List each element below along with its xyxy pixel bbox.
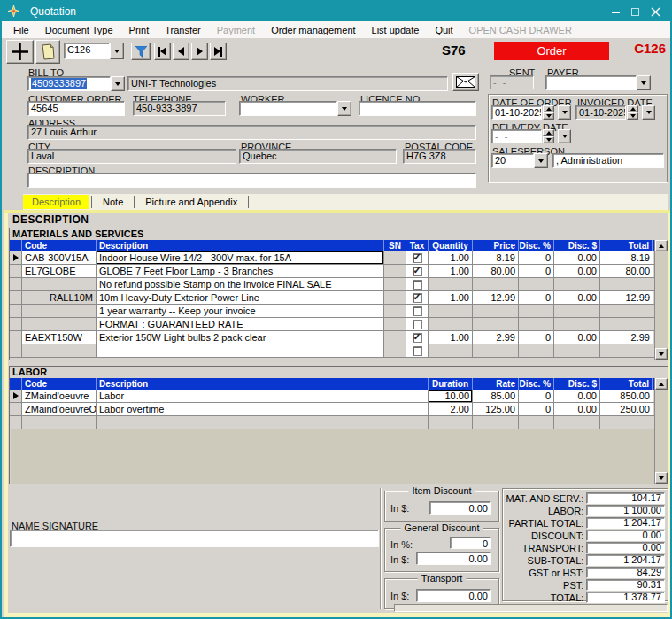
col-code[interactable]: Code xyxy=(22,240,97,251)
cell-disc-dollar[interactable] xyxy=(554,318,600,330)
delivery-date-field[interactable]: - - xyxy=(491,129,542,143)
col-description[interactable]: Description xyxy=(97,240,384,251)
cell-sn[interactable] xyxy=(384,344,406,357)
row-selector[interactable] xyxy=(10,251,22,264)
cell-total[interactable]: 850.00 xyxy=(600,390,653,402)
cell-disc-pct[interactable] xyxy=(519,318,554,330)
new-document-button[interactable] xyxy=(6,40,34,64)
tax-checkbox[interactable] xyxy=(413,320,422,329)
general-discount-dollar-field[interactable]: 0.00 xyxy=(416,552,491,565)
scroll-up-button[interactable] xyxy=(655,378,668,390)
general-discount-pct-field[interactable]: 0 xyxy=(450,537,491,549)
cell-quantity[interactable] xyxy=(429,278,473,290)
cell-disc-dollar[interactable] xyxy=(554,416,600,429)
delivery-date-spinner[interactable] xyxy=(543,129,554,143)
cell-code[interactable] xyxy=(22,278,97,290)
worker-dropdown[interactable] xyxy=(337,101,351,116)
labor-scrollbar[interactable] xyxy=(654,378,668,484)
date-of-order-spinner[interactable] xyxy=(543,105,554,120)
cell-disc-pct[interactable] xyxy=(519,344,554,357)
cell-quantity[interactable]: 1.00 xyxy=(429,265,473,277)
signature-field[interactable] xyxy=(10,530,379,547)
cell-code[interactable] xyxy=(22,416,97,429)
cell-disc-pct[interactable]: 0 xyxy=(519,390,554,402)
cell-quantity[interactable] xyxy=(429,344,473,357)
row-selector[interactable] xyxy=(10,403,22,415)
cell-price[interactable]: 12.99 xyxy=(473,291,519,304)
cell-code[interactable] xyxy=(22,344,97,357)
next-record-button[interactable] xyxy=(191,43,208,60)
payer-value[interactable] xyxy=(545,75,637,90)
billto-account-value[interactable]: 4509333897 xyxy=(27,76,111,91)
cell-quantity[interactable] xyxy=(429,305,473,317)
col-code[interactable]: Code xyxy=(22,378,97,390)
invoiced-date-spinner[interactable] xyxy=(627,105,638,120)
order-status-button[interactable]: Order xyxy=(494,42,609,60)
tab-picture-appendix[interactable]: Picture and Appendix xyxy=(136,195,246,209)
first-record-button[interactable] xyxy=(154,43,171,60)
col-description[interactable]: Description xyxy=(97,378,429,390)
col-disc-pct[interactable]: Disc. % xyxy=(519,378,554,390)
tax-checkbox[interactable] xyxy=(413,333,422,343)
licence-field[interactable] xyxy=(359,101,476,116)
menu-order-management[interactable]: Order management xyxy=(263,23,363,37)
cell-quantity[interactable]: 1.00 xyxy=(429,291,473,304)
cell-description[interactable] xyxy=(97,344,384,357)
cell-disc-pct[interactable]: 0 xyxy=(519,403,554,415)
cell-description[interactable]: FORMAT : GUARANTEED RATE xyxy=(97,318,384,330)
payer-combo[interactable] xyxy=(545,75,651,90)
cell-description[interactable]: Labor overtime xyxy=(97,403,429,415)
address-field[interactable]: 27 Louis Arthur xyxy=(27,125,476,140)
row-selector[interactable] xyxy=(10,416,22,429)
row-selector[interactable] xyxy=(10,278,22,290)
payer-dropdown[interactable] xyxy=(637,75,651,90)
menu-document-type[interactable]: Document Type xyxy=(37,23,121,37)
row-selector[interactable] xyxy=(10,390,22,402)
cell-disc-dollar[interactable]: 0.00 xyxy=(554,390,600,402)
cell-tax[interactable] xyxy=(406,291,429,304)
cell-total[interactable] xyxy=(600,344,653,357)
cell-code[interactable]: ZMaind'oeuvreOve xyxy=(22,403,97,415)
cell-sn[interactable] xyxy=(384,265,406,277)
cell-price[interactable]: 80.00 xyxy=(473,265,519,277)
cell-disc-pct[interactable] xyxy=(519,305,554,317)
cell-code[interactable]: ZMaind'oeuvre xyxy=(22,390,97,402)
menu-print[interactable]: Print xyxy=(121,23,158,37)
cell-rate[interactable]: 125.00 xyxy=(473,403,519,415)
salesperson-combo[interactable]: 20 xyxy=(491,153,548,168)
cell-tax[interactable] xyxy=(406,331,429,344)
col-disc-dollar[interactable]: Disc. $ xyxy=(554,378,600,390)
cell-sn[interactable] xyxy=(384,331,406,344)
menu-quit[interactable]: Quit xyxy=(427,23,460,37)
cell-description[interactable]: Indoor House Wire 14/2 - 300V max. for 1… xyxy=(97,251,384,264)
menu-file[interactable]: File xyxy=(5,23,37,37)
cell-total[interactable]: 8.19 xyxy=(600,251,653,264)
cell-disc-pct[interactable]: 0 xyxy=(519,265,554,277)
cell-total[interactable]: 250.00 xyxy=(600,403,653,415)
invoiced-date-field[interactable]: 01-10-2025 xyxy=(575,105,626,120)
cell-disc-dollar[interactable]: 0.00 xyxy=(554,331,600,344)
menu-list-update[interactable]: List update xyxy=(364,23,428,37)
cell-total[interactable] xyxy=(600,305,653,317)
cell-tax[interactable] xyxy=(406,318,429,330)
col-duration[interactable]: Duration xyxy=(429,378,473,390)
cell-tax[interactable] xyxy=(406,265,429,277)
delivery-date-dropdown[interactable] xyxy=(558,129,571,143)
tab-description[interactable]: Description xyxy=(23,195,89,209)
cell-disc-dollar[interactable]: 0.00 xyxy=(554,265,600,277)
cell-description[interactable]: GLOBE 7 Feet Floor Lamp - 3 Branches xyxy=(97,265,384,277)
row-selector[interactable] xyxy=(10,305,22,317)
cell-total[interactable] xyxy=(600,278,653,290)
city-field[interactable]: Laval xyxy=(27,149,236,164)
cell-rate[interactable] xyxy=(473,416,519,429)
cell-price[interactable]: 2.99 xyxy=(473,331,519,344)
filter-button[interactable] xyxy=(131,43,151,60)
last-record-button[interactable] xyxy=(210,43,227,60)
cell-tax[interactable] xyxy=(406,251,429,264)
cell-price[interactable] xyxy=(473,278,519,290)
date-of-order-dropdown[interactable] xyxy=(558,105,571,120)
cell-disc-dollar[interactable]: 0.00 xyxy=(554,251,600,264)
cell-duration[interactable]: 10.00 xyxy=(429,390,473,402)
sent-field[interactable]: - - xyxy=(490,75,534,89)
row-selector[interactable] xyxy=(10,331,22,344)
